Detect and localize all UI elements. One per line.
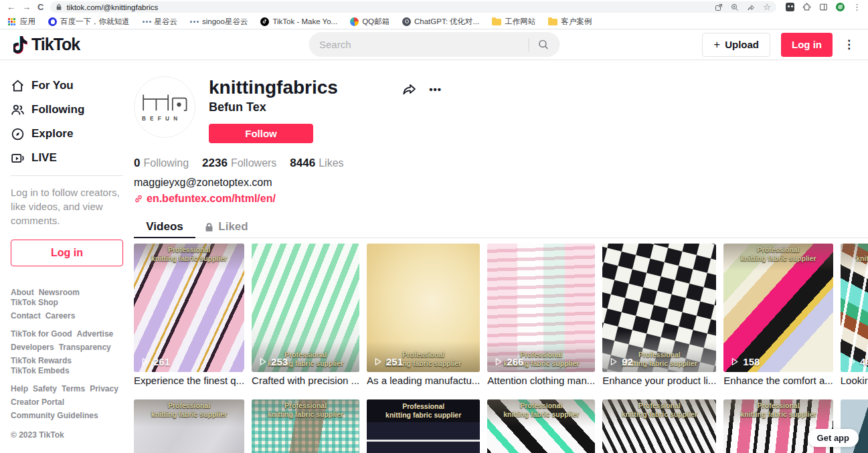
zoom-icon[interactable] [731, 3, 739, 11]
bookmark-singoo[interactable]: singoo星谷云 [190, 17, 248, 27]
video-card[interactable]: Professionalknitting fabric supplier 158… [723, 244, 833, 387]
video-caption[interactable]: As a leading manufactu... [367, 374, 480, 387]
video-caption[interactable]: Crafted with precision ... [252, 374, 359, 387]
sidebar-item-for-you[interactable]: For You [11, 74, 123, 98]
url-text[interactable]: tiktok.com/@knittingfabrics [66, 3, 711, 11]
footer-link[interactable]: Safety [33, 384, 57, 394]
header-login-button[interactable]: Log in [781, 33, 833, 57]
footer-link[interactable]: Advertise [77, 329, 114, 339]
footer-link[interactable]: TikTok Embeds [11, 366, 70, 376]
video-thumbnail[interactable]: Professionalknitting fabric supplier 251 [367, 244, 480, 372]
video-card[interactable]: Professionalknitting fabric supplier 46 … [841, 244, 868, 387]
tiktok-note-icon [13, 35, 31, 54]
extension-avatar-icon[interactable] [836, 3, 845, 11]
sidebar-item-live[interactable]: LIVE [11, 146, 123, 170]
avatar[interactable]: BEFUN [134, 76, 195, 138]
footer-link[interactable]: Community Guidelines [11, 411, 98, 421]
following-users-icon [11, 103, 25, 117]
video-thumbnail[interactable]: Professionalknitting fabric supplier [252, 399, 359, 453]
video-thumbnail[interactable]: Professionalknitting fabric supplier 158 [723, 244, 833, 372]
video-thumbnail[interactable]: Professionalknitting fabric supplier [367, 399, 480, 453]
bookmark-apps[interactable]: 应用 [8, 17, 35, 27]
video-caption[interactable]: Experience the finest q... [134, 374, 244, 387]
video-card[interactable]: Professionalknitting fabric supplier 253… [252, 244, 359, 387]
video-thumbnail[interactable]: Professionalknitting fabric supplier [134, 399, 244, 453]
footer-link[interactable]: Careers [46, 311, 76, 321]
footer-link[interactable]: Creator Portal [11, 397, 64, 407]
video-card[interactable]: Professionalknitting fabric supplier [367, 399, 480, 453]
browser-menu-icon[interactable]: ⋮ [853, 3, 861, 11]
video-card[interactable]: Professionalknitting fabric supplier [487, 399, 595, 453]
sidebar-login-button[interactable]: Log in [11, 240, 123, 266]
followers-stat[interactable]: 2236 Followers [202, 157, 276, 170]
bookmark-clients-folder[interactable]: 客户案例 [548, 17, 592, 27]
get-app-button[interactable]: Get app [808, 429, 859, 447]
video-caption[interactable]: Enhance your product li... [602, 374, 716, 387]
video-caption[interactable]: Attention clothing man... [487, 374, 595, 387]
profile-website-link[interactable]: en.befuntex.com/html/en/ [134, 193, 868, 205]
sidebar-item-following[interactable]: Following [11, 98, 123, 122]
video-thumbnail[interactable]: Professionalknitting fabric supplier [602, 399, 716, 453]
share-profile-icon[interactable] [402, 82, 417, 97]
share-page-icon[interactable] [747, 3, 755, 11]
video-thumbnail[interactable]: Professionalknitting fabric supplier 46 [841, 244, 868, 372]
thumbnail-overlay-text: Professionalknitting fabric supplier [134, 399, 244, 427]
follow-button[interactable]: Follow [209, 124, 313, 143]
thumbnail-overlay-text: Professionalknitting fabric supplier [723, 399, 833, 427]
footer-link[interactable]: About [11, 288, 34, 298]
footer-link[interactable]: Newsroom [39, 288, 80, 298]
footer-link[interactable]: TikTok for Good [11, 329, 72, 339]
footer-link[interactable]: TikTok Shop [11, 298, 58, 308]
footer-link[interactable]: Developers [11, 343, 54, 353]
video-card[interactable]: Professionalknitting fabric supplier 92 … [602, 244, 716, 387]
folder-icon [492, 19, 501, 25]
video-caption[interactable]: Enhance the comfort a... [723, 374, 833, 387]
search-button[interactable] [529, 33, 558, 56]
browser-refresh-icon[interactable]: C [37, 3, 44, 11]
search-bar[interactable] [309, 32, 559, 57]
tab-liked[interactable]: Liked [195, 217, 257, 238]
more-options-icon[interactable]: ••• [429, 84, 442, 95]
bookmark-work-folder[interactable]: 工作网站 [492, 17, 535, 27]
video-card[interactable]: Professionalknitting fabric supplier 266… [487, 244, 595, 387]
open-in-new-icon[interactable] [715, 3, 723, 11]
bookmark-chatgpt[interactable]: ChatGPT: 优化对... [402, 17, 479, 27]
video-thumbnail[interactable]: Professionalknitting fabric supplier 261 [134, 244, 244, 372]
footer-link[interactable]: Terms [62, 384, 85, 394]
footer-link[interactable]: Privacy [90, 384, 118, 394]
video-card[interactable]: Professionalknitting fabric supplier [602, 399, 716, 453]
video-thumbnail[interactable]: Professionalknitting fabric supplier 253 [252, 244, 359, 372]
video-thumbnail[interactable]: Professionalknitting fabric supplier 266 [487, 244, 595, 372]
footer-link[interactable]: Transparency [59, 343, 111, 353]
extensions-puzzle-icon[interactable] [802, 3, 811, 11]
sidebar-item-explore[interactable]: Explore [11, 122, 123, 146]
tab-videos[interactable]: Videos [134, 217, 195, 238]
bookmark-star-icon[interactable]: ☆ [763, 3, 771, 11]
browser-forward-icon[interactable]: → [22, 3, 31, 11]
search-input[interactable] [319, 39, 528, 50]
tiktok-logo[interactable]: TikTok [13, 35, 80, 54]
video-card[interactable]: Professionalknitting fabric supplier [134, 399, 244, 453]
footer-link[interactable]: Contact [11, 311, 41, 321]
video-thumbnail[interactable]: Professionalknitting fabric supplier 92 [602, 244, 716, 372]
bookmark-tiktok[interactable]: TikTok - Make Yo... [260, 17, 337, 26]
tiktok-wordmark: TikTok [31, 35, 80, 54]
browser-back-icon[interactable]: ← [7, 3, 15, 11]
video-thumbnail[interactable]: Professionalknitting fabric supplier [487, 399, 595, 453]
side-panel-icon[interactable] [819, 3, 828, 11]
extension-icon[interactable] [786, 3, 794, 11]
header-menu-icon[interactable]: ⋮ [843, 37, 855, 52]
likes-stat[interactable]: 8446 Likes [290, 157, 343, 170]
footer-link[interactable]: Help [11, 384, 28, 394]
video-card[interactable]: Professionalknitting fabric supplier 251… [367, 244, 480, 387]
bookmark-baidu[interactable]: 百度一下，你就知道 [48, 17, 130, 27]
video-caption[interactable]: Looking for high-qualit... [841, 374, 868, 387]
footer-link[interactable]: TikTok Rewards [11, 356, 72, 366]
upload-button[interactable]: + Upload [702, 33, 770, 57]
following-stat[interactable]: 0 Following [134, 157, 189, 170]
address-bar[interactable]: tiktok.com/@knittingfabrics ☆ [50, 1, 776, 13]
bookmark-qq[interactable]: QQ邮箱 [350, 17, 389, 27]
bookmark-xinggu[interactable]: 星谷云 [143, 17, 178, 27]
video-card[interactable]: Professionalknitting fabric supplier 261… [134, 244, 244, 387]
video-card[interactable]: Professionalknitting fabric supplier [252, 399, 359, 453]
